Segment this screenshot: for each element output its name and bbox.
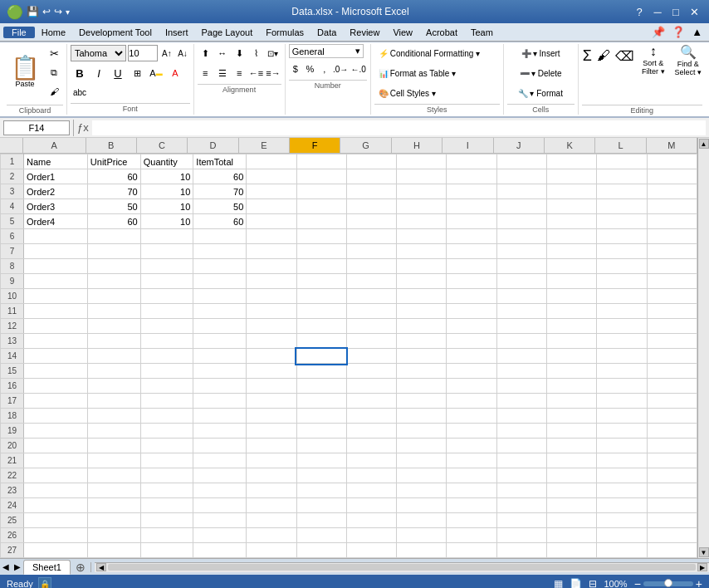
cell-B24[interactable] [87,498,140,513]
number-format-select[interactable]: General ▾ [289,44,364,58]
menu-view[interactable]: View [386,26,419,39]
cell-B3[interactable]: 70 [87,184,140,199]
cell-F19[interactable] [296,424,346,439]
cell-A22[interactable] [24,468,88,483]
cell-I10[interactable] [447,289,496,304]
cell-I24[interactable] [447,498,496,513]
cell-D17[interactable] [193,394,247,409]
cell-M14[interactable] [647,349,697,364]
cell-C15[interactable] [140,364,193,379]
cell-B17[interactable] [87,394,140,409]
cell-E26[interactable] [247,528,296,543]
help-icon[interactable]: ❓ [668,26,688,38]
conditional-formatting-button[interactable]: ⚡ Conditional Formatting ▾ [374,44,500,62]
cell-L14[interactable] [597,349,647,364]
cell-J18[interactable] [496,409,546,424]
cell-E2[interactable] [247,169,296,184]
scroll-down-button[interactable]: ▼ [699,547,709,557]
cell-M21[interactable] [647,453,697,468]
comma-button[interactable]: , [318,60,331,78]
cell-H15[interactable] [397,364,447,379]
cell-H5[interactable] [397,214,447,229]
cell-D27[interactable] [193,543,247,558]
cell-K17[interactable] [547,394,597,409]
cell-F7[interactable] [296,244,346,259]
cell-A13[interactable] [24,334,88,349]
cell-I20[interactable] [447,439,496,453]
function-wizard-icon[interactable]: ƒx [77,121,89,134]
row-header-22[interactable]: 22 [1,468,24,483]
cell-A27[interactable] [24,543,88,558]
cell-D11[interactable] [193,304,247,319]
cell-K15[interactable] [547,364,597,379]
cell-L1[interactable] [597,154,647,169]
cell-J27[interactable] [496,543,546,558]
cell-F11[interactable] [296,304,346,319]
undo-icon[interactable]: ↩ [42,6,51,17]
cell-A7[interactable] [24,244,88,259]
cell-M20[interactable] [647,439,697,453]
cell-I27[interactable] [447,543,496,558]
cell-I19[interactable] [447,424,496,439]
cell-H27[interactable] [397,543,447,558]
cell-F12[interactable] [296,319,346,334]
cell-G20[interactable] [346,439,396,453]
page-break-view-button[interactable]: ⊟ [589,578,597,588]
cell-K13[interactable] [547,334,597,349]
align-top-button[interactable]: ⬆ [198,44,213,62]
cell-L9[interactable] [597,274,647,289]
cell-H14[interactable] [397,349,447,364]
cell-E13[interactable] [247,334,296,349]
cell-M9[interactable] [647,274,697,289]
ribbon-pin-icon[interactable]: 📌 [648,26,668,38]
page-layout-view-button[interactable]: 📄 [570,578,582,588]
cell-I2[interactable] [447,169,496,184]
cell-F6[interactable] [296,229,346,244]
cell-K11[interactable] [547,304,597,319]
cell-A26[interactable] [24,528,88,543]
cell-F14[interactable] [296,349,346,364]
cell-M25[interactable] [647,513,697,528]
cell-F3[interactable] [296,184,346,199]
cell-H24[interactable] [397,498,447,513]
delete-button[interactable]: ➖ ▾ Delete [507,64,575,82]
row-header-14[interactable]: 14 [1,349,24,364]
cell-K21[interactable] [547,453,597,468]
cell-D6[interactable] [193,229,247,244]
cell-L27[interactable] [597,543,647,558]
decrease-indent-button[interactable]: ←≡ [248,64,264,82]
cell-H7[interactable] [397,244,447,259]
cell-G2[interactable] [346,169,396,184]
cell-G25[interactable] [346,513,396,528]
row-header-24[interactable]: 24 [1,498,24,513]
cell-H25[interactable] [397,513,447,528]
cell-E5[interactable] [247,214,296,229]
cell-E12[interactable] [247,319,296,334]
cell-L2[interactable] [597,169,647,184]
cell-C12[interactable] [140,319,193,334]
cell-D20[interactable] [193,439,247,453]
col-header-K[interactable]: K [545,138,595,153]
col-header-E[interactable]: E [239,138,290,153]
cell-G11[interactable] [346,304,396,319]
align-left-button[interactable]: ≡ [198,64,213,82]
cell-F8[interactable] [296,259,346,274]
scroll-up-button[interactable]: ▲ [699,139,709,149]
menu-insert[interactable]: Insert [159,26,195,39]
cell-E15[interactable] [247,364,296,379]
cell-D25[interactable] [193,513,247,528]
cell-C21[interactable] [140,453,193,468]
cell-F1[interactable] [296,154,346,169]
cell-G3[interactable] [346,184,396,199]
cell-B14[interactable] [87,349,140,364]
cell-J17[interactable] [496,394,546,409]
cell-G13[interactable] [346,334,396,349]
italic-button[interactable]: I [90,64,108,82]
cell-I3[interactable] [447,184,496,199]
col-header-I[interactable]: I [443,138,493,153]
increase-decimal-button[interactable]: .0→ [332,60,349,78]
menu-team[interactable]: Team [464,26,500,39]
cell-F17[interactable] [296,394,346,409]
cell-C5[interactable]: 10 [140,214,193,229]
percent-button[interactable]: % [303,60,316,78]
